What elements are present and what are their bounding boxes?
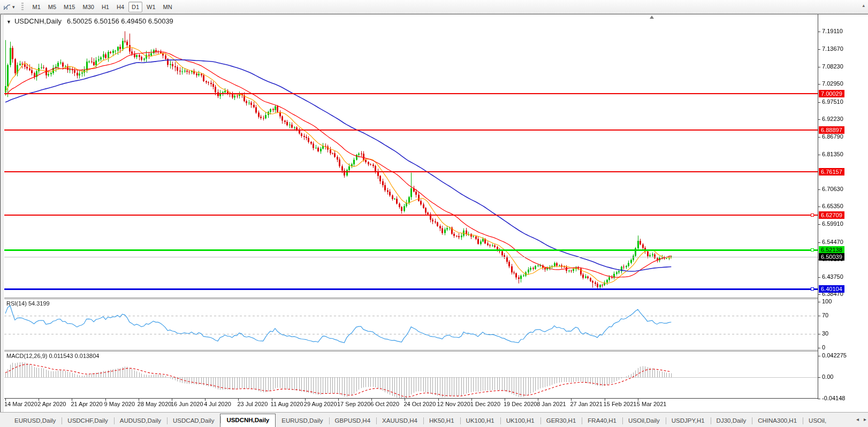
- chart-tab-usdcnh-daily-4[interactable]: USDCNH,Daily: [220, 414, 276, 427]
- price-tick-label: 6.97510: [822, 98, 843, 105]
- price-tick-mark: [818, 242, 820, 243]
- date-axis-label: 29 Aug 2020: [304, 401, 337, 407]
- chart-tab-usoil-daily-13[interactable]: USOil,Daily: [622, 415, 666, 427]
- chart-title: ▼USDCNH,Daily6.50025 6.50156 6.49450 6.5…: [6, 17, 173, 25]
- chart-tab-xauusd-h4-7[interactable]: XAUUSD,H4: [376, 415, 423, 427]
- price-tick-mark: [818, 102, 820, 103]
- chart-tab-china300-h1-16[interactable]: CHINA300,H1: [752, 415, 803, 427]
- macd-scale-label: 0.00: [822, 373, 833, 380]
- price-line-label-6.88897: 6.88897: [819, 126, 844, 134]
- price-tick-label: 6.65350: [822, 203, 843, 209]
- toolbar-overflow-icon[interactable]: ▴: [862, 3, 865, 8]
- chart-tools-dropdown-icon[interactable]: ▾: [12, 4, 15, 10]
- chart-shift-marker[interactable]: [650, 16, 654, 19]
- date-axis-label: 28 May 2020: [138, 401, 172, 407]
- chart-tab-fra40-h1-12[interactable]: FRA40,H1: [582, 415, 622, 427]
- chart-tab-eurusd-daily-0[interactable]: EURUSD,Daily: [9, 415, 62, 427]
- price-tick-mark: [818, 137, 820, 138]
- date-axis-label: 24 Oct 2020: [403, 401, 436, 407]
- date-axis-label: 8 Jan 2021: [537, 401, 566, 407]
- price-chart-canvas[interactable]: [4, 14, 818, 411]
- rsi-scale-label: 30: [822, 330, 828, 337]
- chart-border-top: [0, 14, 868, 14]
- timeframe-button-m30[interactable]: M30: [80, 2, 97, 12]
- timeframe-button-mn[interactable]: MN: [160, 2, 176, 12]
- rsi-scale-label: 70: [822, 312, 828, 318]
- price-line-label-6.62709: 6.62709: [819, 211, 844, 219]
- timeframe-button-w1[interactable]: W1: [143, 2, 159, 12]
- price-tick-mark: [818, 67, 820, 67]
- timeframe-button-m1[interactable]: M1: [29, 2, 44, 12]
- price-tick-label: 6.92230: [822, 116, 843, 122]
- price-tick-mark: [818, 49, 820, 50]
- rsi-tick-mark: [818, 348, 820, 348]
- date-axis-label: 27 Jan 2021: [570, 401, 603, 407]
- tab-scroll-controls: ◂ ▸: [853, 416, 866, 422]
- price-tick-label: 7.02950: [822, 80, 843, 87]
- chart-tab-dj30-daily-15[interactable]: DJ30,Daily: [711, 415, 752, 427]
- chart-tab-ger30-h1-11[interactable]: GER30,H1: [540, 415, 582, 427]
- macd-tick-mark: [818, 377, 820, 378]
- chart-border-left: [0, 14, 1, 412]
- date-axis-label: 23 Jul 2020: [237, 401, 268, 407]
- price-tick-label: 7.08230: [822, 63, 843, 70]
- date-axis-label: 21 Apr 2020: [71, 401, 102, 407]
- price-tick-label: 6.59910: [822, 220, 843, 227]
- price-line-label-6.40104: 6.40104: [819, 285, 844, 293]
- timeframe-button-h1[interactable]: H1: [98, 2, 112, 12]
- date-axis-label: 17 Sep 2020: [337, 401, 370, 407]
- rsi-tick-mark: [818, 316, 820, 316]
- toolbar-drag-handle[interactable]: [21, 3, 24, 11]
- chart-tab-gbpusd-h4-6[interactable]: GBPUSD,H4: [329, 415, 376, 427]
- chart-tab-audusd-daily-2[interactable]: AUDUSD,Daily: [114, 415, 167, 427]
- chart-tools-icon[interactable]: [2, 2, 12, 12]
- date-axis-label: 11 Aug 2020: [271, 401, 303, 407]
- trading-platform-window: ▾ M1M5M15M30H1H4D1W1MN ▴ ▼USDCNH,Daily6.…: [0, 0, 868, 427]
- price-tick-label: 6.70630: [822, 186, 843, 192]
- timeframe-button-h4[interactable]: H4: [113, 2, 127, 12]
- price-line-label-6.50039: 6.50039: [819, 253, 844, 261]
- macd-scale-label: -0.04148: [822, 395, 845, 401]
- chart-tab-usdjpy-h1-14[interactable]: USDJPY,H1: [666, 415, 711, 427]
- timeframe-button-m5[interactable]: M5: [45, 2, 59, 12]
- chart-tab-usoil--17[interactable]: USOil,: [803, 415, 832, 427]
- chart-tab-usdchf-daily-1[interactable]: USDCHF,Daily: [62, 415, 113, 427]
- chart-tab-eurusd-daily-5[interactable]: EURUSD,Daily: [276, 415, 329, 427]
- tab-scroll-left-icon[interactable]: ◂: [856, 416, 859, 422]
- chart-collapse-icon[interactable]: ▼: [6, 19, 11, 25]
- price-tick-mark: [818, 155, 820, 155]
- chart-border-left-inner: [3, 14, 3, 412]
- chart-tab-uk100-h1-9[interactable]: UK100,H1: [460, 415, 500, 427]
- price-tick-label: 7.13670: [822, 45, 843, 52]
- price-line-label-6.76157: 6.76157: [819, 168, 844, 176]
- macd-indicator-label: MACD(12,26,9) 0.011543 0.013804: [6, 353, 99, 359]
- price-tick-label: 6.43750: [822, 273, 843, 280]
- price-tick-label: 6.54470: [822, 239, 843, 245]
- rsi-tick-mark: [818, 334, 820, 334]
- tab-scroll-right-icon[interactable]: ▸: [864, 416, 866, 422]
- chart-tab-usdcad-daily-3[interactable]: USDCAD,Daily: [167, 415, 220, 427]
- chart-tab-uk100-h1-10[interactable]: UK100,H1: [500, 415, 540, 427]
- timeframe-button-m15[interactable]: M15: [60, 2, 78, 12]
- price-line-label-7.00029: 7.00029: [819, 90, 844, 97]
- rsi-scale-label: 0: [822, 344, 825, 350]
- price-tick-mark: [818, 207, 820, 207]
- date-axis-label: 1 Dec 2020: [470, 401, 500, 407]
- date-axis-label: 15 Feb 2021: [604, 401, 637, 407]
- chart-tabs: EURUSD,DailyUSDCHF,DailyAUDUSD,DailyUSDC…: [9, 414, 832, 427]
- date-axis-label: 16 Jun 2020: [171, 401, 203, 407]
- timeframe-toolbar: ▾ M1M5M15M30H1H4D1W1MN ▴: [0, 0, 868, 14]
- rsi-tick-mark: [818, 302, 820, 302]
- timeframe-button-d1[interactable]: D1: [128, 2, 142, 12]
- price-tick-label: 6.86790: [822, 133, 843, 140]
- chart-tab-hk50-h1-8[interactable]: HK50,H1: [423, 415, 460, 427]
- price-tick-mark: [818, 32, 820, 32]
- price-tick-mark: [818, 119, 820, 120]
- price-tick-mark: [818, 84, 820, 85]
- date-axis-label: 9 May 2020: [104, 401, 135, 407]
- rsi-indicator-label: RSI(14) 54.3199: [6, 300, 50, 307]
- date-axis-label: 5 Mar 2021: [637, 401, 667, 407]
- price-tick-mark: [818, 294, 820, 295]
- price-tick-mark: [818, 189, 820, 190]
- price-tick-mark: [818, 224, 820, 225]
